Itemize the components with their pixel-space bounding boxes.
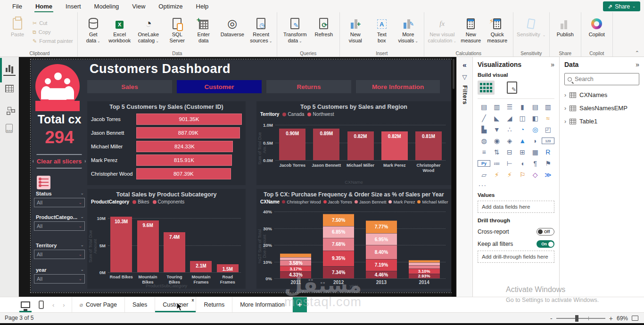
- column-jason-bennett[interactable]: 0.89M: [313, 129, 339, 160]
- chevron-down-icon[interactable]: ⌄: [80, 243, 84, 248]
- report-page-canvas[interactable]: Total cx 294 Clear all slicers Status⌄Al…: [31, 60, 451, 292]
- column-christopher-wood[interactable]: 0.81M: [415, 131, 442, 160]
- visual-q-and-a-icon[interactable]: ◖: [516, 158, 528, 169]
- chevron-right-icon[interactable]: ›: [564, 118, 566, 125]
- column-road-bikes[interactable]: 10.3M: [110, 217, 132, 272]
- visual-new-slicer-icon[interactable]: ≔: [490, 158, 503, 169]
- collapse-panel-icon[interactable]: »: [551, 61, 554, 68]
- copilot-button[interactable]: Copilot: [584, 14, 610, 50]
- page-tab-more-information[interactable]: More Information: [232, 297, 292, 312]
- filters-pane-collapsed[interactable]: « ▽ Filters: [456, 57, 472, 297]
- visual-new-card-icon[interactable]: ⚡: [490, 170, 503, 180]
- slicer-visual-icon[interactable]: [37, 176, 50, 189]
- more-visuals-button[interactable]: ✎Morevisuals⌄: [395, 14, 421, 50]
- column-touring-bikes[interactable]: 7.4M: [164, 232, 185, 272]
- visual-map-icon[interactable]: ◍: [478, 136, 490, 146]
- expand-filters-icon[interactable]: «: [462, 61, 466, 69]
- previous-page-arrow[interactable]: ‹: [52, 301, 54, 309]
- table-view-button[interactable]: [3, 81, 16, 96]
- canvas-scrollbar[interactable]: [452, 57, 455, 297]
- chevron-right-icon[interactable]: ›: [564, 105, 566, 112]
- slicer-dropdown[interactable]: All⌄: [34, 198, 85, 207]
- table-item-cxnames[interactable]: ›CXNames: [564, 91, 639, 98]
- visual-100-stacked-bar-chart-icon[interactable]: ▤: [529, 102, 542, 112]
- visual-power-automate-icon[interactable]: ≫: [542, 170, 554, 180]
- column-mountain-frames[interactable]: 2.1M: [190, 261, 212, 272]
- add-data-fields-dropzone[interactable]: Add data fields here: [478, 201, 554, 213]
- chart-top5-customers-by-sales-and-region[interactable]: Top 5 Customers by Sales and Region Terr…: [256, 101, 451, 185]
- fit-to-page-icon[interactable]: [632, 316, 638, 321]
- refresh-button[interactable]: ⟳Refresh: [311, 14, 337, 50]
- column-michael-miller[interactable]: 0.82M: [347, 131, 374, 161]
- text-box-button[interactable]: ATextbox: [369, 14, 395, 50]
- slicer-dropdown[interactable]: All⌄: [34, 250, 85, 259]
- visual-treemap-icon[interactable]: ◰: [542, 124, 554, 135]
- desktop-layout-button[interactable]: [21, 297, 30, 312]
- format-visual-mode-icon[interactable]: ✎: [507, 81, 517, 94]
- get-data-button[interactable]: Getdata⌄: [80, 14, 107, 50]
- sql-server-button[interactable]: SQLServer: [164, 14, 190, 50]
- keep-all-filters-toggle[interactable]: On: [537, 240, 554, 248]
- dashboard-tab-sales[interactable]: Sales: [87, 80, 172, 93]
- visual-decomposition-tree-icon[interactable]: ⊢: [503, 158, 516, 169]
- page-tab-cover-page[interactable]: ⌀Cover Page: [72, 297, 124, 312]
- visual-clustered-bar-chart-icon[interactable]: ☰: [503, 102, 516, 112]
- visual-clustered-column-chart-icon[interactable]: ▮: [516, 102, 528, 112]
- bar-row-mark-perez[interactable]: Mark Perez815.91K: [87, 153, 246, 167]
- page-tab-returns[interactable]: Returns: [196, 297, 232, 312]
- visual-stacked-area-chart-icon[interactable]: ◢: [503, 113, 516, 123]
- bar-row-michael-miller[interactable]: Michael Miller824.33K: [87, 139, 246, 153]
- chart-top5-customers-by-sales[interactable]: Top 5 Customers by Sales (Customer ID) J…: [87, 101, 246, 185]
- bar-row-christopher-wood[interactable]: Christopher Wood807.39K: [87, 167, 246, 180]
- visual-scatter-chart-icon[interactable]: ∴: [503, 124, 516, 135]
- stacked-column-2011[interactable]: 4.33%3.17%3.58%: [280, 253, 311, 278]
- menu-modeling[interactable]: Modeling: [88, 1, 126, 12]
- add-drill-through-fields-dropzone[interactable]: Add drill-through fields here: [478, 251, 554, 263]
- clear-all-slicers-button[interactable]: Clear all slicers: [33, 154, 86, 169]
- stacked-column-2012[interactable]: 7.34%9.35%7.68%6.85%7.50%: [323, 214, 354, 278]
- visual-stacked-column-chart-icon[interactable]: ▥: [490, 102, 503, 112]
- dataverse-button[interactable]: ◎Dataverse: [217, 14, 248, 50]
- stacked-column-2013[interactable]: 4.46%7.19%8.40%6.95%7.77%: [366, 220, 397, 278]
- mobile-layout-button[interactable]: [39, 301, 44, 309]
- dashboard-tab-customer[interactable]: Customer: [177, 80, 262, 93]
- menu-view[interactable]: View: [125, 1, 152, 12]
- excel-workbook-button[interactable]: XExcelworkbook: [107, 14, 133, 50]
- build-visual-mode-icon[interactable]: [478, 81, 495, 95]
- visual-funnel-chart-icon[interactable]: ▼: [490, 124, 503, 135]
- dashboard-tab-returns[interactable]: Returns: [266, 80, 351, 93]
- visual-donut-chart-icon[interactable]: ◎: [529, 124, 542, 135]
- more-visual-options[interactable]: ...: [478, 180, 554, 187]
- bar-jacob-torres[interactable]: 901.35K: [136, 114, 242, 125]
- zoom-in-button[interactable]: +: [609, 315, 613, 322]
- visual-azure-map-icon[interactable]: ▲: [516, 136, 528, 146]
- bar-jason-bennett[interactable]: 887.09K: [136, 127, 240, 138]
- new-page-button[interactable]: +: [293, 297, 307, 312]
- search-input[interactable]: [575, 76, 631, 82]
- next-page-arrow[interactable]: ›: [63, 301, 65, 309]
- page-tab-customer[interactable]: Customerx: [155, 297, 196, 312]
- visual-stacked-bar-chart-icon[interactable]: ▤: [478, 102, 490, 112]
- chart-total-sales-by-product-subcategory[interactable]: Total Sales by Product Subcategory Produ…: [87, 189, 246, 289]
- menu-file[interactable]: File: [6, 1, 29, 12]
- dax-query-view-button[interactable]: DAX: [3, 121, 16, 135]
- visual-power-apps-icon[interactable]: ◇: [529, 170, 542, 180]
- visual-area-chart-icon[interactable]: ◣: [490, 113, 503, 123]
- menu-optimize[interactable]: Optimize: [152, 1, 189, 12]
- visual-smart-narrative-icon[interactable]: ¶: [529, 158, 542, 169]
- bar-row-jason-bennett[interactable]: Jason Bennett887.09K: [87, 126, 246, 139]
- new-measure-button[interactable]: Newmeasure: [458, 14, 484, 50]
- visual-line-and-clustered-column-chart-icon[interactable]: ◧: [529, 113, 542, 123]
- cross-report-toggle[interactable]: Off: [537, 228, 554, 236]
- zoom-out-button[interactable]: -: [550, 315, 553, 322]
- menu-home[interactable]: Home: [29, 1, 59, 12]
- chevron-down-icon[interactable]: ⌄: [80, 191, 84, 196]
- menu-insert[interactable]: Insert: [59, 1, 88, 12]
- visual-metrics-icon[interactable]: ⚑: [542, 158, 554, 169]
- zoom-slider[interactable]: [556, 318, 605, 319]
- page-tab-sales[interactable]: Sales: [124, 297, 155, 312]
- report-view-button[interactable]: [3, 62, 16, 76]
- bar-row-jacob-torres[interactable]: Jacob Torres901.35K: [87, 112, 246, 126]
- bar-christopher-wood[interactable]: 807.39K: [136, 168, 231, 179]
- column-road-frames[interactable]: 1.5M: [217, 264, 239, 272]
